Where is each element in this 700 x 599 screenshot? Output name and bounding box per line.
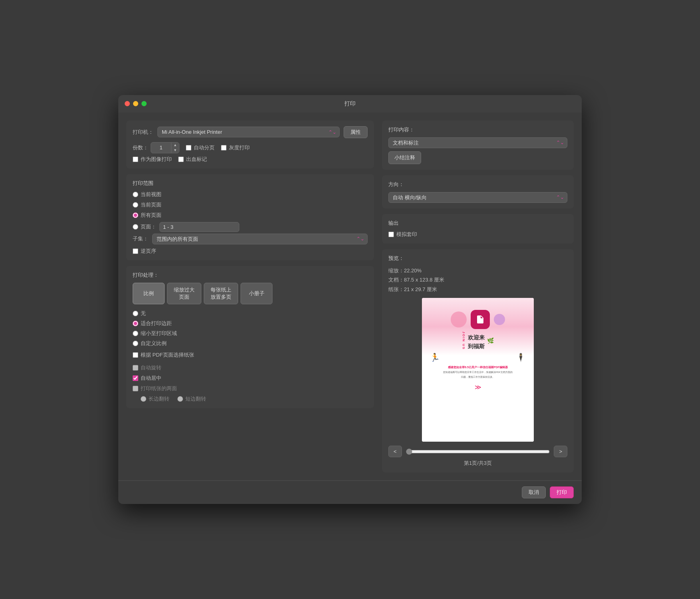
promo-text-3: 问题，重指工作方面保持活泼。 [443, 375, 513, 379]
printer-section: 打印机： Mi All-in-One Inkjet Printer ⌃⌄ 属性 … [126, 121, 374, 169]
fit-none-radio[interactable] [133, 311, 138, 316]
pages-radio[interactable] [133, 224, 138, 230]
fit-options: 无 适合打印边距 缩小至打印区域 自定义比例 [133, 310, 368, 359]
close-button[interactable] [125, 101, 130, 106]
content-section: 打印内容： 文档和标注 ⌃⌄ 小结注释 [382, 121, 574, 170]
minimize-button[interactable] [133, 101, 138, 106]
image-print-checkbox[interactable] [133, 157, 138, 162]
output-title: 输出 [388, 220, 567, 227]
properties-button[interactable]: 属性 [344, 126, 368, 138]
bleed-marks-label[interactable]: 出血标记 [178, 156, 207, 163]
auto-collate-checkbox[interactable] [186, 145, 191, 151]
print-button[interactable]: 打印 [550, 486, 574, 498]
cancel-button[interactable]: 取消 [522, 486, 546, 498]
preview-title: 预览： [388, 255, 567, 262]
pdf-select-checkbox[interactable] [133, 352, 138, 358]
maximize-button[interactable] [141, 101, 147, 106]
welcome-row: JOIN US 欢迎来到福斯 🌿 [462, 331, 494, 351]
preview-logo-area [451, 310, 505, 329]
all-pages-radio[interactable] [133, 212, 138, 218]
bottom-bar: 取消 打印 [118, 480, 582, 504]
grayscale-checkbox[interactable] [221, 145, 227, 151]
annotation-button[interactable]: 小结注释 [388, 151, 421, 164]
booklet-button[interactable]: 小册子 [241, 283, 272, 304]
preview-welcome-text: 欢迎来到福斯 [468, 333, 485, 351]
fit-custom-radio[interactable] [133, 341, 138, 346]
pages-input[interactable] [159, 222, 239, 232]
fit-page-button[interactable]: 缩放过大页面 [167, 283, 201, 304]
leaf-icon: 🌿 [487, 337, 494, 344]
output-section: 输出 模拟套印 [382, 214, 574, 244]
copies-group: 份数： ▲ ▼ [133, 142, 179, 153]
auto-center-label[interactable]: 自动居中 [133, 375, 368, 382]
auto-collate-label[interactable]: 自动分页 [186, 144, 215, 151]
current-page-text: 当前页面 [141, 201, 161, 208]
printer-label: 打印机： [133, 129, 153, 136]
range-title: 打印范围 [133, 180, 368, 187]
reverse-order-checkbox[interactable] [133, 248, 138, 254]
orientation-title: 方向： [388, 181, 567, 188]
preview-figures: 🏃 🕴 [430, 353, 526, 362]
reverse-order-label[interactable]: 逆页序 [133, 248, 368, 255]
auto-rotate-label[interactable]: 自动旋转 [133, 364, 368, 371]
join-us-text: JOIN US [462, 331, 465, 350]
copies-stepper[interactable]: ▲ ▼ [151, 142, 179, 153]
overprint-checkbox[interactable] [388, 232, 394, 237]
content-select[interactable]: 文档和标注 [388, 137, 567, 148]
printer-select[interactable]: Mi All-in-One Inkjet Printer [157, 127, 340, 137]
orientation-select-wrapper: 自动 横向/纵向 ⌃⌄ [388, 192, 567, 203]
preview-thumbnail: JOIN US 欢迎来到福斯 🌿 🏃 🕴 感谢您如全球6.5亿用户一样信任福斯P… [422, 298, 534, 442]
stepper-down[interactable]: ▼ [171, 148, 179, 153]
circle-deco-2 [494, 314, 505, 325]
copies-input[interactable] [151, 143, 171, 152]
figure-right: 🕴 [516, 353, 526, 362]
auto-center-text: 自动居中 [141, 375, 161, 382]
promo-text-2: 您知道福斯可以帮助您日常工作生活中，快速解决PDF文档方面的 [443, 371, 513, 374]
next-page-button[interactable]: > [554, 446, 567, 457]
overprint-label[interactable]: 模拟套印 [388, 231, 567, 238]
overprint-text: 模拟套印 [396, 231, 417, 238]
auto-center-checkbox[interactable] [133, 375, 138, 381]
misc-options: 自动旋转 自动居中 打印纸张的两面 长边翻转 [133, 364, 368, 403]
current-view-radio[interactable] [133, 192, 138, 197]
pages-label[interactable]: 页面： [133, 223, 156, 230]
image-print-label[interactable]: 作为图像打印 [133, 156, 172, 163]
scale-button[interactable]: 比例 [133, 283, 165, 304]
fit-area-radio[interactable] [133, 331, 138, 336]
copies-label: 份数： [133, 144, 148, 151]
promo-text-1: 感谢您如全球6.5亿用户一样信任福斯PDF编辑器 [443, 365, 513, 369]
preview-doc: 文档：87.5 x 123.8 厘米 [388, 275, 567, 284]
fit-area-label[interactable]: 缩小至打印区域 [133, 330, 368, 337]
grayscale-text: 灰度打印 [229, 144, 250, 151]
all-pages-label[interactable]: 所有页面 [133, 212, 368, 219]
current-page-label[interactable]: 当前页面 [133, 201, 368, 208]
short-edge-label: 短边翻转 [177, 395, 206, 403]
both-sides-label: 打印纸张的两面 [133, 385, 368, 392]
window-title: 打印 [344, 100, 356, 107]
subset-select[interactable]: 范围内的所有页面 [152, 234, 368, 244]
fit-margin-radio[interactable] [133, 321, 138, 326]
preview-section: 预览： 缩放：22.20% 文档：87.5 x 123.8 厘米 纸张：21 x… [382, 249, 574, 472]
preview-zoom: 缩放：22.20% [388, 266, 567, 275]
long-edge-text: 长边翻转 [149, 395, 169, 403]
grayscale-label[interactable]: 灰度打印 [221, 144, 250, 151]
multiple-pages-button[interactable]: 每张纸上放置多页 [204, 283, 238, 304]
current-view-text: 当前视图 [141, 191, 161, 198]
preview-info: 缩放：22.20% 文档：87.5 x 123.8 厘米 纸张：21 x 29.… [388, 266, 567, 294]
pdf-select-text: 根据 PDF页面选择纸张 [141, 351, 194, 359]
fit-margin-label[interactable]: 适合打印边距 [133, 320, 368, 327]
current-view-label[interactable]: 当前视图 [133, 191, 368, 198]
fit-custom-label[interactable]: 自定义比例 [133, 340, 368, 347]
edge-flip-row: 长边翻转 短边翻转 [133, 395, 368, 403]
bleed-marks-checkbox[interactable] [178, 157, 184, 162]
processing-title: 打印处理： [133, 272, 368, 279]
stepper-up[interactable]: ▲ [171, 143, 179, 148]
subset-select-wrapper: 范围内的所有页面 ⌃⌄ [152, 234, 368, 244]
pdf-select-label[interactable]: 根据 PDF页面选择纸张 [133, 351, 368, 359]
prev-page-button[interactable]: < [388, 446, 402, 457]
orientation-select[interactable]: 自动 横向/纵向 [388, 192, 567, 203]
fit-none-label[interactable]: 无 [133, 310, 368, 317]
page-slider[interactable] [406, 448, 550, 455]
reverse-row: 逆页序 [133, 248, 368, 255]
current-page-radio[interactable] [133, 202, 138, 208]
